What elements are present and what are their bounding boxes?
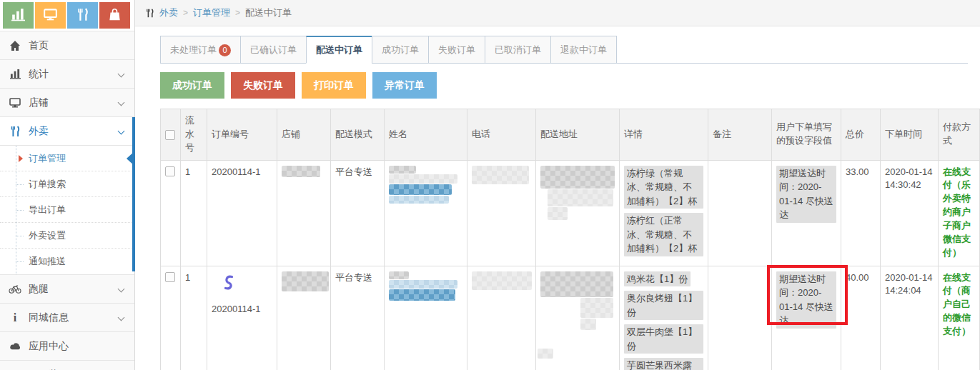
tab-refunding-orders[interactable]: 退款中订单 — [550, 36, 617, 64]
phone-cell — [467, 266, 536, 370]
sidebar-item-label: 导出订单 — [29, 204, 66, 216]
utensils-icon — [9, 125, 21, 138]
order-no-cell: 20200114-1 — [207, 160, 277, 266]
sidebar-item-takeout-settings[interactable]: 外卖设置 — [0, 223, 134, 249]
breadcrumb-current: 配送中订单 — [245, 6, 292, 19]
redacted-name — [389, 184, 452, 195]
redacted-name — [389, 174, 457, 184]
preset-field-wrap: 期望送达时间：2020-01-14 尽快送达 — [776, 271, 836, 333]
sidebar-item-label: 店铺 — [29, 96, 49, 109]
column-header-serial: 流水号 — [181, 109, 207, 161]
column-header-preset-field: 用户下单填写的预设字段值 — [772, 109, 841, 161]
column-header-shop: 店铺 — [277, 109, 331, 161]
redacted-address — [548, 189, 613, 206]
table-row: 1 20200114-1 平台专送 — [161, 160, 980, 266]
tab-failed-orders[interactable]: 失败订单 — [428, 36, 485, 64]
abnormal-order-button[interactable]: 异常订单 — [372, 72, 437, 99]
sidebar-item-label: 外卖设置 — [29, 229, 66, 242]
takeout-shortcut-button[interactable] — [67, 2, 98, 29]
tab-successful-orders[interactable]: 成功订单 — [372, 36, 429, 64]
bar-chart-icon — [9, 68, 21, 81]
order-item-tag: 芋圆芒果西米露（热饮、正常甜、大杯）【1】杯 — [624, 358, 703, 370]
name-cell — [385, 160, 467, 266]
active-item-caret — [127, 146, 135, 171]
sidebar-item-home[interactable]: 首页 — [0, 31, 134, 60]
tab-label: 已确认订单 — [250, 44, 297, 56]
chevron-down-icon — [118, 128, 125, 135]
sidebar-item-shop[interactable]: 店铺 — [0, 89, 134, 117]
delivery-platform-icon[interactable] — [220, 274, 272, 296]
row-select-cell — [161, 266, 181, 370]
sidebar: 首页 统计 店铺 外卖 订单管理 订单搜索 导出订单 外卖设置 通知推送 跑腿 — [0, 0, 135, 370]
sidebar-item-label: 订单搜索 — [29, 178, 66, 191]
sidebar-item-page-decoration[interactable]: 页面装修 — [0, 361, 134, 370]
redacted-name — [389, 271, 409, 279]
monitor-icon — [44, 8, 57, 24]
tab-label: 退款中订单 — [560, 44, 607, 56]
sidebar-item-errand[interactable]: 跑腿 — [0, 275, 134, 304]
sidebar-item-statistics[interactable]: 统计 — [0, 60, 134, 89]
mark-success-button[interactable]: 成功订单 — [160, 72, 224, 99]
preset-field-tag: 期望送达时间：2020-01-14 尽快送达 — [776, 166, 836, 223]
sidebar-item-takeout[interactable]: 外卖 — [0, 117, 134, 146]
column-header-total: 总价 — [841, 109, 881, 161]
payment-cell: 在线支付（商户自己的微信支付） — [939, 266, 980, 370]
shop-cell — [277, 266, 331, 370]
redacted-name — [389, 166, 416, 174]
column-header-name: 姓名 — [385, 109, 467, 161]
tab-label: 已取消订单 — [495, 44, 541, 56]
details-cell: 鸡米花【1】份 奥尔良烤翅【1】份 双层牛肉堡【1】份 芋圆芒果西米露（热饮、正… — [620, 266, 708, 370]
row-checkbox[interactable] — [165, 166, 175, 176]
tab-unprocessed-orders[interactable]: 未处理订单 0 — [160, 36, 241, 64]
utensils-icon — [145, 9, 154, 18]
redacted-address — [580, 298, 613, 318]
sidebar-item-order-search[interactable]: 订单搜索 — [0, 171, 134, 197]
bulk-actions: 成功订单 失败订单 打印订单 异常订单 — [160, 72, 980, 99]
preset-field-tag: 期望送达时间：2020-01-14 尽快送达 — [776, 271, 836, 329]
sidebar-item-order-management[interactable]: 订单管理 — [0, 146, 134, 171]
chevron-down-icon — [118, 314, 125, 321]
breadcrumb-separator: > — [235, 8, 240, 18]
delivery-mode-cell: 平台专送 — [331, 266, 385, 370]
order-item-tag: 冻柠红（正常冰、常规糖、不加辅料）【2】杯 — [624, 213, 703, 256]
breadcrumb-link-order-management[interactable]: 订单管理 — [193, 6, 230, 19]
order-time-cell: 2020-01-14 14:30:42 — [881, 160, 939, 266]
column-header-order-no: 订单编号 — [207, 109, 277, 161]
sidebar-item-app-center[interactable]: 应用中心 — [0, 332, 134, 361]
bar-chart-icon — [11, 8, 25, 24]
tab-cancelled-orders[interactable]: 已取消订单 — [485, 36, 551, 64]
order-no-cell: 20200114-1 — [207, 266, 277, 370]
column-header-payment: 付款方式 — [939, 109, 980, 161]
sidebar-item-label: 通知推送 — [29, 255, 66, 268]
shop-shortcut-button[interactable] — [35, 2, 66, 29]
breadcrumb-link-takeout[interactable]: 外卖 — [159, 6, 178, 19]
tab-label: 成功订单 — [382, 44, 419, 56]
mall-shortcut-button[interactable] — [99, 2, 130, 29]
tab-confirmed-orders[interactable]: 已确认订单 — [240, 36, 307, 64]
tab-label: 未处理订单 — [170, 44, 217, 56]
payment-cell: 在线支付（乐外卖特约商户子商户微信支付） — [939, 160, 980, 266]
table-row: 1 20200114-1 平台专送 — [161, 266, 980, 370]
bicycle-icon — [9, 283, 21, 296]
unprocessed-count-badge: 0 — [219, 44, 231, 56]
address-cell — [536, 160, 620, 266]
sidebar-item-city-info[interactable]: i 同城信息 — [0, 304, 134, 332]
sidebar-item-export-orders[interactable]: 导出订单 — [0, 197, 134, 223]
column-header-details: 详情 — [620, 109, 708, 161]
redacted-address — [540, 271, 613, 297]
active-section-bar — [132, 117, 135, 271]
mark-failed-button[interactable]: 失败订单 — [231, 72, 295, 99]
chevron-down-icon — [118, 99, 125, 106]
tab-label: 失败订单 — [438, 44, 475, 56]
sidebar-item-notification-push[interactable]: 通知推送 — [0, 249, 134, 274]
phone-cell — [467, 160, 536, 266]
breadcrumb: 外卖 > 订单管理 > 配送中订单 — [135, 0, 980, 26]
sidebar-item-label: 订单管理 — [29, 152, 66, 165]
column-header-delivery-mode: 配送模式 — [331, 109, 385, 161]
row-checkbox[interactable] — [165, 272, 175, 282]
statistics-shortcut-button[interactable] — [3, 2, 34, 29]
info-icon: i — [9, 311, 21, 324]
select-all-checkbox[interactable] — [165, 130, 175, 140]
print-order-button[interactable]: 打印订单 — [302, 72, 366, 99]
tab-delivering-orders[interactable]: 配送中订单 — [306, 36, 372, 64]
